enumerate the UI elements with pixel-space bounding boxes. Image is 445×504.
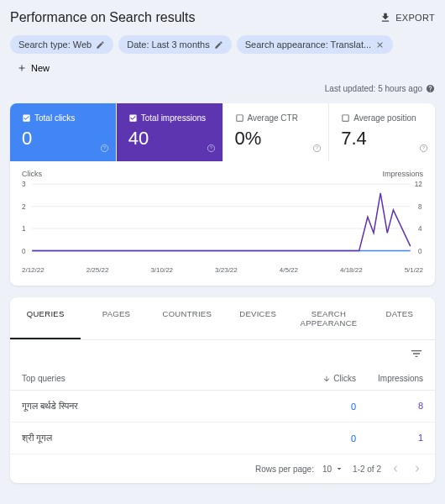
tab-dates[interactable]: DATES xyxy=(364,297,435,339)
col-header-clicks[interactable]: Clicks xyxy=(297,374,356,383)
checkbox-checked-icon xyxy=(128,113,138,123)
chevron-left-icon[interactable] xyxy=(390,463,401,475)
pencil-icon xyxy=(214,40,223,50)
col-header-impressions[interactable]: Impressions xyxy=(356,374,423,383)
chart: Clicks Impressions 3 2 1 0 12 8 4 0 2/ xyxy=(10,161,435,286)
chart-svg: 3 2 1 0 12 8 4 0 xyxy=(22,180,423,260)
svg-text:?: ? xyxy=(103,145,106,150)
metric-total-clicks[interactable]: Total clicks 0 ? xyxy=(10,103,117,161)
x-axis: 2/12/22 2/25/22 3/10/22 3/23/22 4/5/22 4… xyxy=(22,263,423,274)
left-axis-label: Clicks xyxy=(22,170,42,178)
table-row[interactable]: श्री गूगल 0 1 xyxy=(10,423,435,454)
metric-total-impressions[interactable]: Total impressions 40 ? xyxy=(117,103,223,161)
chevron-right-icon[interactable] xyxy=(411,463,423,475)
help-icon[interactable]: ? xyxy=(419,144,428,153)
svg-text:?: ? xyxy=(209,145,212,150)
chip-new[interactable]: New xyxy=(10,59,56,77)
pencil-icon xyxy=(96,40,105,50)
chip-search-type[interactable]: Search type: Web xyxy=(10,35,113,54)
help-icon[interactable]: ? xyxy=(100,144,109,153)
metric-average-ctr[interactable]: Average CTR 0% ? xyxy=(223,103,330,161)
pagination: Rows per page: 10 1-2 of 2 xyxy=(10,454,435,483)
chip-search-appearance[interactable]: Search appearance: Translat... xyxy=(237,35,393,54)
table-header: Top queries Clicks Impressions xyxy=(10,367,435,391)
pagination-range: 1-2 of 2 xyxy=(353,465,381,474)
help-icon[interactable] xyxy=(426,84,435,93)
export-label: EXPORT xyxy=(395,13,435,23)
svg-text:2: 2 xyxy=(22,202,26,211)
tab-devices[interactable]: DEVICES xyxy=(222,297,293,339)
export-button[interactable]: EXPORT xyxy=(380,12,435,24)
last-updated: Last updated: 5 hours ago xyxy=(10,84,435,93)
arrow-down-icon xyxy=(322,375,331,383)
svg-text:8: 8 xyxy=(418,202,422,211)
metric-value-impressions: 40 xyxy=(128,128,211,150)
chevron-down-icon xyxy=(334,464,344,474)
svg-text:0: 0 xyxy=(418,246,422,255)
metric-value-position: 7.4 xyxy=(341,128,423,150)
page-title: Performance on Search results xyxy=(10,10,196,25)
table-row[interactable]: गूगल बर्थडे स्पिनर 0 8 xyxy=(10,391,435,423)
table-card: QUERIES PAGES COUNTRIES DEVICES SEARCH A… xyxy=(10,297,435,483)
svg-text:1: 1 xyxy=(22,224,26,233)
checkbox-unchecked-icon xyxy=(235,113,244,123)
impressions-line xyxy=(32,193,411,251)
svg-text:12: 12 xyxy=(415,180,422,188)
help-icon[interactable]: ? xyxy=(312,144,322,153)
metrics-card: Total clicks 0 ? Total impressions 40 ? … xyxy=(10,103,435,286)
tab-search-appearance[interactable]: SEARCH APPEARANCE xyxy=(293,297,364,339)
metric-value-ctr: 0% xyxy=(235,128,317,150)
metric-average-position[interactable]: Average position 7.4 ? xyxy=(329,103,435,161)
close-icon[interactable] xyxy=(375,40,385,50)
col-header-query[interactable]: Top queries xyxy=(22,374,297,383)
filter-icon[interactable] xyxy=(410,347,423,360)
rows-per-page-select[interactable]: 10 xyxy=(322,464,344,474)
plus-icon xyxy=(17,63,27,73)
svg-text:3: 3 xyxy=(22,180,26,188)
checkbox-checked-icon xyxy=(22,113,31,123)
tab-pages[interactable]: PAGES xyxy=(81,297,151,339)
download-icon xyxy=(380,12,391,24)
right-axis-label: Impressions xyxy=(382,170,423,178)
tab-queries[interactable]: QUERIES xyxy=(10,297,81,339)
chip-date[interactable]: Date: Last 3 months xyxy=(118,35,231,54)
svg-text:0: 0 xyxy=(22,246,26,255)
svg-text:4: 4 xyxy=(418,224,422,233)
checkbox-unchecked-icon xyxy=(341,113,350,123)
tabs: QUERIES PAGES COUNTRIES DEVICES SEARCH A… xyxy=(10,297,435,340)
svg-text:?: ? xyxy=(316,145,318,150)
svg-text:?: ? xyxy=(422,145,425,150)
help-icon[interactable]: ? xyxy=(207,144,216,153)
tab-countries[interactable]: COUNTRIES xyxy=(152,297,222,339)
filter-chips: Search type: Web Date: Last 3 months Sea… xyxy=(10,35,435,77)
metric-value-clicks: 0 xyxy=(22,128,104,150)
